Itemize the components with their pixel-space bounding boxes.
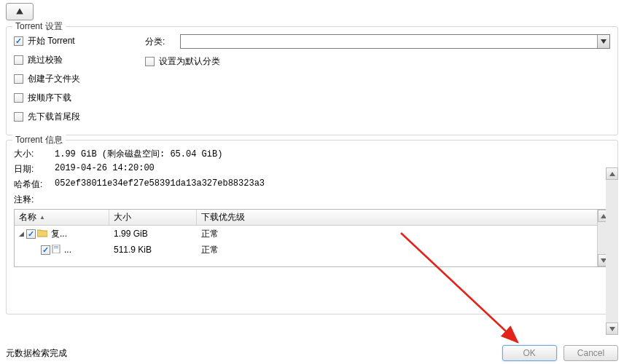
category-combobox[interactable] <box>180 34 610 49</box>
svg-marker-0 <box>16 8 23 14</box>
row-checkbox[interactable] <box>41 245 50 255</box>
table-row[interactable]: ◢复...1.99 GiB正常 <box>15 226 609 242</box>
cancel-button[interactable]: Cancel <box>563 345 618 361</box>
combobox-dropdown-button[interactable] <box>597 35 609 48</box>
table-row[interactable]: ...511.9 KiB正常 <box>15 242 609 258</box>
triangle-down-icon <box>609 327 615 331</box>
svg-marker-7 <box>609 172 615 176</box>
table-header: 名称 ▲ 大小 下载优先级 <box>15 210 609 226</box>
scroll-up-button[interactable] <box>606 167 618 180</box>
label-create-subfolder: 创建子文件夹 <box>28 73 80 85</box>
file-icon <box>52 245 61 256</box>
svg-rect-3 <box>54 246 58 247</box>
hash-label: 哈希值: <box>14 178 50 191</box>
label-first-last: 先下载首尾段 <box>28 111 80 123</box>
svg-rect-2 <box>52 245 60 253</box>
checkbox-skip-check[interactable] <box>14 55 23 65</box>
row-checkbox[interactable] <box>26 229 36 239</box>
checkbox-start-torrent[interactable] <box>14 36 23 46</box>
row-name: ... <box>64 245 71 255</box>
hash-value: 052ef38011e34ef27e58391da13a327eb88323a3 <box>55 178 265 191</box>
date-value: 2019-04-26 14:20:00 <box>55 163 155 175</box>
column-header-size[interactable]: 大小 <box>109 210 197 225</box>
info-legend: Torrent 信息 <box>12 134 66 146</box>
row-priority: 正常 <box>197 228 609 240</box>
label-skip-check: 跳过校验 <box>28 54 63 66</box>
status-text: 元数据检索完成 <box>6 347 67 360</box>
tree-toggle[interactable]: ◢ <box>17 230 25 237</box>
torrent-settings-group: Torrent 设置 开始 Torrent 跳过校验 创建子文件夹 按顺序下载 … <box>6 26 618 135</box>
category-label: 分类: <box>145 36 174 48</box>
torrent-info-group: Torrent 信息 大小: 1.99 GiB (剩余磁盘空间: 65.04 G… <box>6 140 618 314</box>
size-value: 1.99 GiB (剩余磁盘空间: 65.04 GiB) <box>55 148 222 160</box>
comment-label: 注释: <box>14 194 50 206</box>
row-size: 1.99 GiB <box>109 229 197 239</box>
column-header-name[interactable]: 名称 ▲ <box>15 210 109 225</box>
row-priority: 正常 <box>197 244 609 256</box>
label-start-torrent: 开始 Torrent <box>28 35 75 47</box>
collapse-up-button[interactable] <box>6 3 34 20</box>
checkbox-first-last[interactable] <box>14 112 23 122</box>
date-label: 日期: <box>14 163 50 175</box>
panel-scrollbar[interactable] <box>606 167 618 335</box>
svg-marker-1 <box>601 39 607 44</box>
scroll-down-button[interactable] <box>606 323 618 335</box>
ok-button[interactable]: OK <box>502 345 557 361</box>
triangle-up-icon <box>15 7 24 16</box>
settings-legend: Torrent 设置 <box>12 20 66 33</box>
row-name: 复... <box>51 228 67 240</box>
checkbox-default-category[interactable] <box>145 57 155 66</box>
folder-icon <box>37 229 47 240</box>
chevron-down-icon <box>601 39 607 44</box>
size-label: 大小: <box>14 148 50 160</box>
row-size: 511.9 KiB <box>109 245 197 255</box>
column-header-priority[interactable]: 下载优先级 <box>197 210 609 225</box>
label-default-category: 设置为默认分类 <box>159 55 220 68</box>
checkbox-sequential[interactable] <box>14 93 23 103</box>
checkbox-create-subfolder[interactable] <box>14 74 23 84</box>
label-sequential: 按顺序下载 <box>28 92 71 104</box>
svg-rect-4 <box>54 248 58 248</box>
file-table: 名称 ▲ 大小 下载优先级 ◢复...1.99 GiB正常...511.9 Ki… <box>14 209 610 267</box>
triangle-up-icon <box>609 172 615 176</box>
sort-indicator-icon: ▲ <box>39 214 45 221</box>
svg-marker-8 <box>609 327 615 331</box>
